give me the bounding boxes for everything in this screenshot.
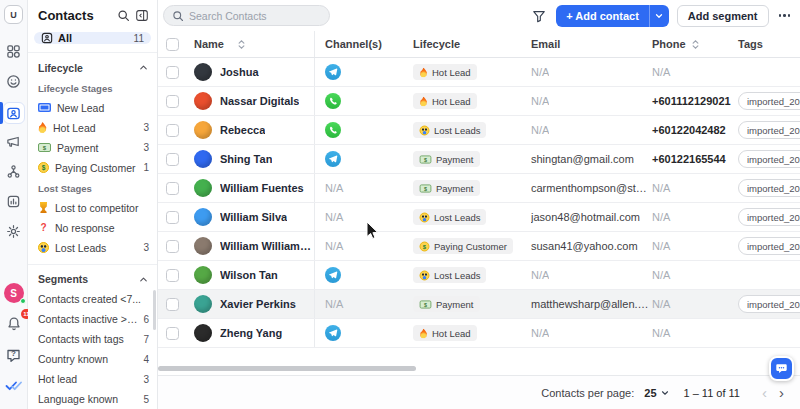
chat-widget-button[interactable] [769,356,794,381]
sidebar-item-lifecycle-stage[interactable]: New Lead [28,98,157,118]
tag-pill[interactable]: imported_20240 [738,208,800,226]
tag-pill[interactable]: imported_20240 [738,237,800,255]
user-avatar[interactable]: S [4,283,24,303]
table-row[interactable]: Rebecca [158,116,800,145]
nav-contacts[interactable] [2,100,26,126]
row-checkbox[interactable] [166,211,179,224]
table-row[interactable]: William Silva N/A [158,203,800,232]
more-options-button[interactable] [777,10,793,21]
tag-pill[interactable]: imported_20250 [738,150,800,168]
row-checkbox[interactable] [166,269,179,282]
sidebar-item-segment[interactable]: Hot lead 3 [28,369,157,389]
sidebar-item-lost-stage[interactable]: No response [28,218,157,238]
column-header-email[interactable]: Email [531,38,560,50]
sidebar-item-segment[interactable]: Contacts with tags 7 [28,329,157,349]
pagination-next-button[interactable]: › [773,383,790,402]
row-checkbox[interactable] [166,95,179,108]
nav-broadcast[interactable] [2,130,26,156]
question-mark-icon: ? [5,349,22,358]
sidebar-item-lifecycle-stage[interactable]: Paying Customer 1 [28,158,157,178]
contact-name[interactable]: Xavier Perkins [220,298,296,310]
table-row[interactable]: Joshua [158,58,800,87]
lost-stages-subheader: Lost Stages [28,178,157,198]
filter-button[interactable] [532,9,546,23]
lifecycle-stages-subheader: Lifecycle Stages [28,78,157,98]
nav-settings[interactable] [2,220,26,246]
divider [28,52,157,53]
per-page-select[interactable]: 25 [644,387,669,399]
sidebar-search-button[interactable] [117,9,130,22]
add-contact-dropdown-button[interactable] [649,5,669,27]
contact-name[interactable]: Rebecca [220,124,265,136]
add-segment-button[interactable]: Add segment [677,5,769,27]
table-row[interactable]: Xavier Perkins N/A [158,290,800,319]
lifecycle-badge-icon [419,328,427,338]
sort-icon-name[interactable] [238,40,245,49]
column-header-tags[interactable]: Tags [738,38,763,50]
row-checkbox[interactable] [166,66,179,79]
sidebar-item-lost-stage[interactable]: Lost to competitor [28,198,157,218]
collapse-panel-button[interactable] [135,9,149,22]
segment-label: Contacts inactive >3... [38,313,139,325]
table-row[interactable]: William Fuentes N/A [158,174,800,203]
pagination-prev-button[interactable]: ‹ [756,383,773,402]
sort-icon-phone[interactable] [692,40,699,49]
contact-name[interactable]: Shing Tan [220,153,272,165]
add-contact-button[interactable]: + Add contact [556,5,649,27]
channel-na: N/A [325,240,343,252]
contact-name[interactable]: William Williamson [220,240,314,252]
icon-rail: U [0,0,28,409]
nav-dashboard[interactable] [2,40,26,66]
column-header-channels[interactable]: Channel(s) [325,38,382,50]
contact-name[interactable]: William Fuentes [220,182,304,194]
table-row[interactable]: Wilson Tan [158,261,800,290]
sidebar-item-lost-stage[interactable]: Lost Leads 3 [28,238,157,258]
notifications-button[interactable]: 11 [2,313,26,339]
table-row[interactable]: Shing Tan [158,145,800,174]
sidebar-item-all[interactable]: All 11 [34,32,151,44]
help-button[interactable]: ? [5,348,22,364]
contact-phone: +60122165544 [652,153,726,165]
nav-workflows[interactable] [2,160,26,186]
row-checkbox[interactable] [166,153,179,166]
row-checkbox[interactable] [166,298,179,311]
sidebar-item-segment[interactable]: Language known 5 [28,389,157,409]
contact-name[interactable]: Wilson Tan [220,269,278,281]
sidebar-item-lifecycle-stage[interactable]: Payment 3 [28,138,157,158]
row-checkbox[interactable] [166,182,179,195]
segments-section-header[interactable]: Segments [28,270,157,289]
lifecycle-badge-icon [419,96,427,106]
brand-checks-button[interactable] [2,374,26,400]
contact-name[interactable]: Nassar Digitals [220,95,299,107]
nav-reports[interactable] [2,190,26,216]
table-row[interactable]: Zheng Yang [158,319,800,348]
sidebar-item-lifecycle-stage[interactable]: Hot Lead 3 [28,118,157,138]
contact-name[interactable]: William Silva [220,211,287,223]
table-row[interactable]: William Williamson N/A [158,232,800,261]
row-checkbox[interactable] [166,124,179,137]
tag-pill[interactable]: imported_20250 [738,121,800,139]
sidebar-scrollbar[interactable] [153,290,156,330]
table-row[interactable]: Nassar Digitals [158,87,800,116]
column-header-phone[interactable]: Phone [652,38,686,50]
search-contacts-input[interactable] [189,10,321,22]
column-header-lifecycle[interactable]: Lifecycle [413,38,460,50]
contact-avatar [194,295,212,313]
tag-pill[interactable]: imported_20240 [738,295,800,313]
row-checkbox[interactable] [166,240,179,253]
select-all-checkbox[interactable] [166,38,179,51]
contact-name[interactable]: Joshua [220,66,259,78]
lifecycle-stage-count: 3 [143,122,149,133]
column-header-name[interactable]: Name [194,38,224,50]
sidebar-item-segment[interactable]: Country known 4 [28,349,157,369]
nav-inbox[interactable] [2,70,26,96]
horizontal-scrollbar[interactable] [158,366,416,371]
row-checkbox[interactable] [166,327,179,340]
sidebar-item-segment[interactable]: Contacts inactive >3... 6 [28,309,157,329]
lifecycle-section-header[interactable]: Lifecycle [28,59,157,78]
sidebar-item-segment[interactable]: Contacts created <7... [28,289,157,309]
contact-name[interactable]: Zheng Yang [220,327,282,339]
tag-pill[interactable]: imported_20250 [738,92,800,110]
tag-pill[interactable]: imported_20240 [738,179,800,197]
workspace-logo[interactable]: U [4,5,23,24]
